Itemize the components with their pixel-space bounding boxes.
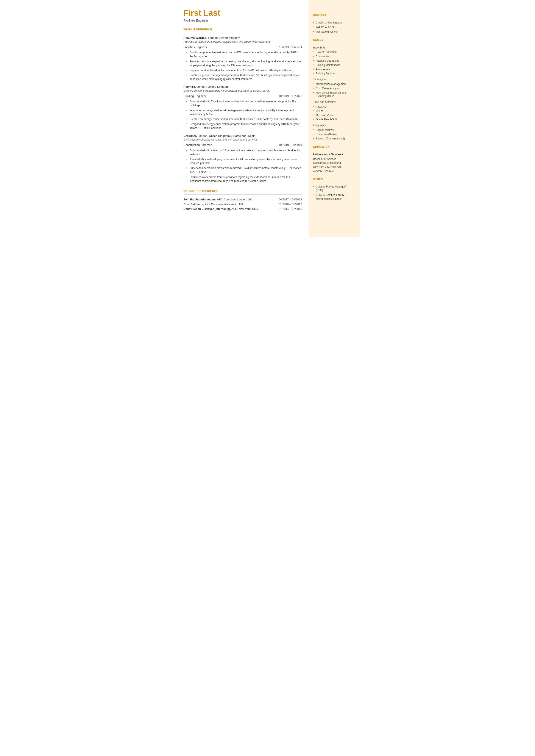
skills-heading: SKILLS [313, 38, 355, 42]
language-2: Romanian (Native) [313, 132, 355, 136]
company-name-2: Polyhire, London, United Kingdom [183, 85, 302, 89]
prev-exp-3: Construction Surveyor (Internship), ABC,… [183, 207, 302, 211]
resume-page: First Last Facilities Engineer WORK EXPE… [175, 0, 360, 237]
language-1: English (Native) [313, 128, 355, 132]
contact-list: Cardiff, United Kingdom +44 1234567890 f… [313, 21, 355, 33]
tool-2: CAFM [313, 109, 355, 113]
applicant-name: First Last [183, 9, 302, 18]
other-2: CFME® Certified Facility & Maintenance E… [313, 193, 355, 201]
job-header-2: Building Engineer 10/2019 – 11/2021 [183, 94, 302, 98]
job-header-3: Construction Foreman 10/2018 – 09/2019 [183, 143, 302, 147]
contact-heading: CONTACT [313, 14, 355, 17]
tool-4: Oracle PeopleSoft [313, 118, 355, 121]
edu-university: University of New York [313, 153, 355, 156]
prev-exp-1-title: Job Site Superintendent, ABC Company, Lo… [183, 198, 252, 202]
language-3: Spanish (Conversational) [313, 137, 355, 141]
company-name-3: Growthsi, London, United Kingdom & Barce… [183, 134, 302, 138]
company-desc-1: Provides infrastructure services, constr… [183, 40, 302, 44]
edu-field: Mechanical Engineering [313, 161, 355, 165]
company-name-1: Resume Worded, London, United Kingdom [183, 36, 302, 40]
company-desc-3: Construction company for roads and civil… [183, 138, 302, 142]
bullet-2-3: Created an energy conservation timetable… [186, 117, 302, 121]
prev-exp-2-dates: 01/2016 – 05/2017 [279, 202, 302, 206]
left-column: First Last Facilities Engineer WORK EXPE… [175, 0, 309, 237]
right-column: CONTACT Cardiff, United Kingdom +44 1234… [309, 0, 360, 237]
company-block-2: Polyhire, London, United Kingdom Deliver… [183, 85, 302, 130]
bullet-list-3: Collaborated with a team of 18+ construc… [183, 149, 302, 183]
bullet-2-4: Designed an energy conservation program … [186, 122, 302, 130]
bullet-3-3: Supervised demolition crews who removed … [186, 166, 302, 174]
bullet-list-2: Collaborated with 7 civil engineers and … [183, 99, 302, 130]
contact-divider [313, 18, 355, 18]
tool-1: AutoCAD [313, 105, 355, 109]
tools-label: Tools and Software: [313, 100, 355, 104]
other-1: Certified Facility Manager® (CFM). [313, 185, 355, 192]
prev-exp-1: Job Site Superintendent, ABC Company, Lo… [183, 198, 302, 202]
company-block-1: Resume Worded, London, United Kingdom Pr… [183, 36, 302, 81]
previous-experience-heading: PREVIOUS EXPERIENCE [183, 189, 302, 193]
job-title-1: Facilities Engineer [183, 45, 207, 49]
prev-exp-3-title: Construction Surveyor (Internship), ABC,… [183, 207, 258, 211]
edu-degree: Bachelor of Science [313, 157, 355, 161]
other-heading: OTHER [313, 177, 355, 181]
work-experience-heading: WORK EXPERIENCE [183, 28, 302, 32]
bullet-1-2: Provided technical expertise on heating,… [186, 60, 302, 67]
bullet-3-4: Examined work orders from supervisors re… [186, 175, 302, 183]
prev-exp-2: Cost Estimator, XYZ Company, New York, U… [183, 202, 302, 206]
edu-location: New York City, New York [313, 165, 355, 169]
contact-address: Cardiff, United Kingdom [313, 21, 355, 25]
hard-skill-2: Construction [313, 55, 355, 58]
technique-1: Maintenance Management [313, 82, 355, 86]
company-desc-2: Delivers solutions transforming infrastr… [183, 89, 302, 93]
prev-exp-3-dates: 07/2014 – 12/2015 [279, 207, 302, 211]
hard-skill-3: Facilities Operations [313, 59, 355, 63]
tool-3: Microsoft Visio [313, 114, 355, 117]
job-dates-2: 10/2019 – 11/2021 [279, 94, 302, 98]
previous-experience-divider [183, 194, 302, 195]
techniques-label: Techniques: [313, 78, 355, 81]
job-dates-1: 12/2021 – Present [279, 45, 302, 49]
job-title-2: Building Engineer [183, 94, 207, 98]
tools-list: AutoCAD CAFM Microsoft Visio Oracle Peop… [313, 105, 355, 121]
bullet-3-2: Assisted PMs in developing schedules for… [186, 157, 302, 165]
hard-skill-1: Project Estimation [313, 50, 355, 54]
job-dates-3: 10/2018 – 09/2019 [279, 143, 302, 147]
other-list: Certified Facility Manager® (CFM). CFME®… [313, 185, 355, 201]
hard-skill-4: Building Maintenance [313, 63, 355, 67]
bullet-1-4: Created a project management procedure t… [186, 73, 302, 81]
bullet-3-1: Collaborated with a team of 18+ construc… [186, 149, 302, 156]
company-block-3: Growthsi, London, United Kingdom & Barce… [183, 134, 302, 183]
bullet-list-1: Conducted preventive maintenance on RW's… [183, 50, 302, 81]
bullet-1-1: Conducted preventive maintenance on RW's… [186, 50, 302, 58]
languages-list: English (Native) Romanian (Native) Spani… [313, 128, 355, 140]
bullet-2-1: Collaborated with 7 civil engineers and … [186, 99, 302, 107]
techniques-list: Maintenance Management Root Cause Analys… [313, 82, 355, 98]
prev-exp-1-dates: 06/2017 – 09/2018 [279, 198, 302, 202]
edu-dates: 10/2011 - 06/2014 [313, 169, 355, 173]
education-heading: EDUCATION [313, 145, 355, 149]
work-experience-divider [183, 33, 302, 33]
technique-2: Root Cause Analysis [313, 87, 355, 90]
prev-exp-2-title: Cost Estimator, XYZ Company, New York, U… [183, 202, 244, 206]
hard-skills-label: Hard Skills: [313, 46, 355, 49]
contact-email: first.last@gmail.com [313, 30, 355, 34]
job-title-3: Construction Foreman [183, 143, 212, 147]
job-header-1: Facilities Engineer 12/2021 – Present [183, 45, 302, 49]
technique-3: Mechanical, Electrical, and Plumbing (ME… [313, 91, 355, 98]
contact-phone: +44 1234567890 [313, 25, 355, 29]
bullet-1-3: Repaired and replaced faulty components … [186, 68, 302, 72]
languages-label: Languages: [313, 124, 355, 127]
hard-skills-list: Project Estimation Construction Faciliti… [313, 50, 355, 75]
applicant-title: Facilities Engineer [183, 18, 302, 23]
hard-skill-5: Procurement [313, 68, 355, 71]
hard-skill-6: Building Services [313, 72, 355, 75]
bullet-2-2: Introduced an integrated asset managemen… [186, 108, 302, 116]
